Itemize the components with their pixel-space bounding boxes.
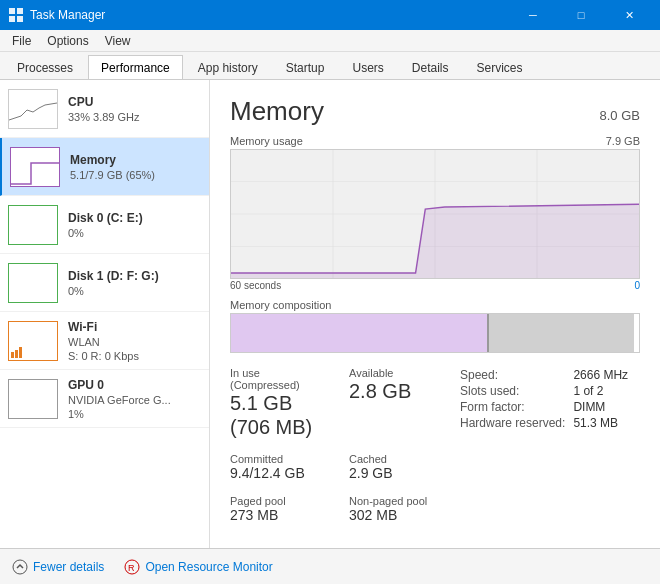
disk1-info: Disk 1 (D: F: G:) 0% <box>68 269 201 297</box>
app-icon <box>8 7 24 23</box>
close-button[interactable]: ✕ <box>606 0 652 30</box>
memory-thumbnail <box>10 147 60 187</box>
tab-details[interactable]: Details <box>399 55 462 79</box>
detail-header: Memory 8.0 GB <box>230 96 640 127</box>
cpu-label: CPU <box>68 95 201 109</box>
detail-total: 8.0 GB <box>600 108 640 123</box>
disk0-thumbnail <box>8 205 58 245</box>
memory-value: 5.1/7.9 GB (65%) <box>70 169 201 181</box>
stat-committed: Committed 9.4/12.4 GB <box>230 453 341 481</box>
memory-usage-svg <box>231 150 639 278</box>
tab-users[interactable]: Users <box>339 55 396 79</box>
stats-grid: In use (Compressed) 5.1 GB (706 MB) Avai… <box>230 367 460 533</box>
menu-file[interactable]: File <box>4 32 39 50</box>
svg-rect-5 <box>9 206 57 244</box>
disk1-thumbnail <box>8 263 58 303</box>
resource-monitor-link[interactable]: R Open Resource Monitor <box>124 559 272 575</box>
svg-rect-2 <box>9 16 15 22</box>
sidebar-item-memory[interactable]: Memory 5.1/7.9 GB (65%) <box>0 138 209 196</box>
chart-time-left: 60 seconds <box>230 280 281 291</box>
memory-label: Memory <box>70 153 201 167</box>
minimize-button[interactable]: ─ <box>510 0 556 30</box>
fewer-details-link[interactable]: Fewer details <box>12 559 104 575</box>
in-use-value: 5.1 GB (706 MB) <box>230 391 331 439</box>
chart-time-labels: 60 seconds 0 <box>230 280 640 291</box>
svg-rect-0 <box>9 8 15 14</box>
chart-max-label: 7.9 GB <box>606 135 640 147</box>
committed-value: 9.4/12.4 GB <box>230 465 331 481</box>
stat-cached: Cached 2.9 GB <box>349 453 460 481</box>
comp-in-use <box>231 314 487 352</box>
svg-point-19 <box>13 560 27 574</box>
sidebar-item-wifi[interactable]: Wi-Fi WLAN S: 0 R: 0 Kbps <box>0 312 209 370</box>
form-label: Form factor: <box>460 399 573 415</box>
chart-label-row: Memory usage 7.9 GB <box>230 135 640 147</box>
title-bar: Task Manager ─ □ ✕ <box>0 0 660 30</box>
slots-value: 1 of 2 <box>573 383 628 399</box>
svg-rect-1 <box>17 8 23 14</box>
disk1-label: Disk 1 (D: F: G:) <box>68 269 201 283</box>
available-value: 2.8 GB <box>349 379 450 403</box>
detail-panel: Memory 8.0 GB Memory usage 7.9 GB <box>210 80 660 548</box>
hw-value: 51.3 MB <box>573 415 628 431</box>
comp-free <box>634 314 639 352</box>
svg-rect-4 <box>11 148 59 186</box>
sidebar-item-disk0[interactable]: Disk 0 (C: E:) 0% <box>0 196 209 254</box>
detail-title: Memory <box>230 96 324 127</box>
menu-view[interactable]: View <box>97 32 139 50</box>
sidebar: CPU 33% 3.89 GHz Memory 5.1/7.9 GB (65%) <box>0 80 210 548</box>
stat-paged-pool: Paged pool 273 MB <box>230 495 341 523</box>
sidebar-item-disk1[interactable]: Disk 1 (D: F: G:) 0% <box>0 254 209 312</box>
svg-text:R: R <box>128 563 135 573</box>
disk0-info: Disk 0 (C: E:) 0% <box>68 211 201 239</box>
memory-usage-chart <box>230 149 640 279</box>
resource-monitor-icon: R <box>124 559 140 575</box>
title-bar-left: Task Manager <box>8 7 105 23</box>
disk0-mini-chart <box>9 206 57 244</box>
wifi-label: Wi-Fi <box>68 320 201 334</box>
tab-startup[interactable]: Startup <box>273 55 338 79</box>
cpu-mini-chart <box>9 90 57 128</box>
slots-row: Slots used: 1 of 2 <box>460 383 628 399</box>
slots-label: Slots used: <box>460 383 573 399</box>
gpu-mini-chart <box>9 380 57 418</box>
speed-value: 2666 MHz <box>573 367 628 383</box>
menu-options[interactable]: Options <box>39 32 96 50</box>
maximize-button[interactable]: □ <box>558 0 604 30</box>
tab-processes[interactable]: Processes <box>4 55 86 79</box>
svg-rect-3 <box>17 16 23 22</box>
disk0-label: Disk 0 (C: E:) <box>68 211 201 225</box>
svg-rect-9 <box>15 350 18 358</box>
stats-section: In use (Compressed) 5.1 GB (706 MB) Avai… <box>230 367 640 533</box>
stat-available: Available 2.8 GB <box>349 367 460 439</box>
tab-services[interactable]: Services <box>464 55 536 79</box>
sidebar-item-gpu[interactable]: GPU 0 NVIDIA GeForce G... 1% <box>0 370 209 428</box>
tab-performance[interactable]: Performance <box>88 55 183 79</box>
gpu-label: GPU 0 <box>68 378 201 392</box>
gpu-value2: 1% <box>68 408 201 420</box>
disk1-value: 0% <box>68 285 201 297</box>
composition-bar <box>230 313 640 353</box>
tab-bar: Processes Performance App history Startu… <box>0 52 660 80</box>
form-row: Form factor: DIMM <box>460 399 628 415</box>
speed-label: Speed: <box>460 367 573 383</box>
hw-label: Hardware reserved: <box>460 415 573 431</box>
resource-monitor-label: Open Resource Monitor <box>145 560 272 574</box>
non-paged-pool-label: Non-paged pool <box>349 495 450 507</box>
stat-non-paged-pool: Non-paged pool 302 MB <box>349 495 460 523</box>
memory-info: Memory 5.1/7.9 GB (65%) <box>70 153 201 181</box>
gpu-thumbnail <box>8 379 58 419</box>
available-label: Available <box>349 367 450 379</box>
right-stats: Speed: 2666 MHz Slots used: 1 of 2 Form … <box>460 367 640 431</box>
sidebar-item-cpu[interactable]: CPU 33% 3.89 GHz <box>0 80 209 138</box>
right-stats-table: Speed: 2666 MHz Slots used: 1 of 2 Form … <box>460 367 628 431</box>
stat-in-use: In use (Compressed) 5.1 GB (706 MB) <box>230 367 341 439</box>
cached-label: Cached <box>349 453 450 465</box>
menu-bar: File Options View <box>0 30 660 52</box>
tab-app-history[interactable]: App history <box>185 55 271 79</box>
chart-label-text: Memory usage <box>230 135 303 147</box>
memory-chart-container: Memory usage 7.9 GB <box>230 135 640 291</box>
wifi-thumbnail <box>8 321 58 361</box>
disk1-mini-chart <box>9 264 57 302</box>
wifi-mini-chart <box>9 322 57 360</box>
